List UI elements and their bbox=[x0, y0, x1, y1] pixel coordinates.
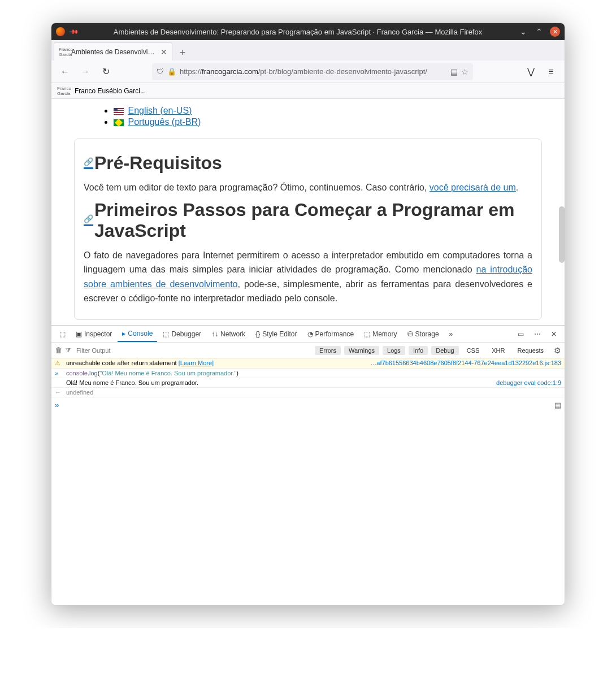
split-console-button[interactable]: ▤ bbox=[554, 401, 561, 409]
filter-xhr[interactable]: XHR bbox=[487, 346, 509, 355]
filter-css[interactable]: CSS bbox=[462, 346, 484, 355]
console-output: ⚠ unreachable code after return statemen… bbox=[51, 358, 565, 397]
console-output-row: Olá! Meu nome é Franco. Sou um programad… bbox=[51, 378, 565, 388]
picker-icon: ⬚ bbox=[59, 330, 66, 338]
close-icon: ✕ bbox=[551, 330, 557, 338]
warning-icon: ⚠ bbox=[55, 360, 63, 367]
devtools-panel: ⬚ ▣Inspector ▸Console ⬚Debugger ↑↓Networ… bbox=[51, 325, 565, 605]
tab-title: Ambientes de Desenvolvimen bbox=[71, 48, 155, 56]
menu-button[interactable]: ≡ bbox=[543, 64, 559, 80]
bookmark-item[interactable]: Franco Eusébio Garci... bbox=[75, 87, 146, 95]
article-card: 🔗Pré-Requisitos Você tem um editor de te… bbox=[74, 138, 542, 320]
nav-toolbar: ← → ↻ 🛡 🔒 https://francogarcia.com/pt-br… bbox=[51, 60, 565, 83]
network-icon: ↑↓ bbox=[211, 330, 218, 338]
storage-icon: ⛁ bbox=[407, 330, 413, 338]
console-warning-row: ⚠ unreachable code after return statemen… bbox=[51, 358, 565, 369]
list-item: Português (pt-BR) bbox=[114, 117, 536, 127]
responsive-mode-button[interactable]: ▭ bbox=[513, 326, 528, 342]
tab-storage[interactable]: ⛁Storage bbox=[403, 326, 444, 342]
back-button[interactable]: ← bbox=[57, 64, 73, 80]
style-icon: {} bbox=[255, 330, 260, 338]
tab-style-editor[interactable]: {}Style Editor bbox=[251, 326, 301, 342]
console-filter-bar: 🗑 ⧩ Errors Warnings Logs Info Debug CSS … bbox=[51, 343, 565, 358]
scrollbar-thumb[interactable] bbox=[559, 206, 565, 263]
firefox-icon bbox=[56, 27, 65, 36]
warning-source[interactable]: …af7b61556634b4608e7605f8f2144-767e24eea… bbox=[370, 360, 561, 366]
memory-icon: ⬚ bbox=[364, 330, 370, 338]
editor-link[interactable]: você precisará de um bbox=[430, 183, 516, 192]
prompt-chevron-icon: » bbox=[55, 401, 59, 409]
close-button[interactable]: ✕ bbox=[550, 27, 560, 37]
filter-funnel-icon: ⧩ bbox=[66, 347, 71, 354]
debugger-icon: ⬚ bbox=[163, 330, 169, 338]
performance-icon: ◔ bbox=[307, 330, 313, 338]
paragraph: Você tem um editor de texto para program… bbox=[84, 180, 532, 195]
firefox-window: 📌 Ambientes de Desenvolvimento: Preparan… bbox=[51, 23, 565, 605]
browser-tab[interactable]: FrancoGarcia Ambientes de Desenvolvimen … bbox=[54, 42, 172, 60]
warning-text: unreachable code after return statement … bbox=[66, 360, 367, 366]
anchor-link-icon[interactable]: 🔗 bbox=[84, 214, 93, 226]
filter-debug[interactable]: Debug bbox=[431, 346, 458, 355]
tab-favicon: FrancoGarcia bbox=[59, 47, 68, 57]
page-content: English (en-US) Português (pt-BR) 🔗Pré-R… bbox=[51, 99, 565, 325]
filter-info[interactable]: Info bbox=[409, 346, 428, 355]
responsive-icon: ▭ bbox=[518, 330, 524, 338]
minimize-button[interactable]: ⌄ bbox=[518, 27, 528, 37]
tab-close-button[interactable]: ✕ bbox=[160, 47, 167, 57]
input-chevron-icon: » bbox=[55, 370, 63, 376]
filter-warnings[interactable]: Warnings bbox=[344, 346, 379, 355]
tab-memory[interactable]: ⬚Memory bbox=[359, 326, 401, 342]
clear-console-button[interactable]: 🗑 bbox=[55, 346, 62, 354]
devtools-close-button[interactable]: ✕ bbox=[546, 326, 561, 342]
shield-icon: 🛡 bbox=[157, 67, 164, 76]
pocket-icon[interactable]: ⋁ bbox=[523, 64, 539, 80]
url-text: https://francogarcia.com/pt-br/blog/ambi… bbox=[180, 67, 447, 76]
console-icon: ▸ bbox=[122, 330, 125, 337]
console-settings-button[interactable]: ⚙ bbox=[554, 346, 561, 355]
reload-button[interactable]: ↻ bbox=[98, 64, 114, 80]
anchor-link-icon[interactable]: 🔗 bbox=[84, 157, 93, 169]
console-input[interactable] bbox=[62, 401, 551, 409]
reader-mode-icon[interactable]: ▤ bbox=[450, 67, 458, 76]
console-prompt: » ▤ bbox=[51, 397, 565, 413]
paragraph: O fato de navegadores para Internet perm… bbox=[84, 248, 532, 306]
window-title: Ambientes de Desenvolvimento: Preparando… bbox=[77, 28, 518, 36]
console-empty-area bbox=[51, 413, 565, 605]
bookmarks-toolbar: FrancoGarcia Franco Eusébio Garci... bbox=[51, 83, 565, 99]
tab-network[interactable]: ↑↓Network bbox=[207, 326, 250, 342]
forward-button[interactable]: → bbox=[77, 64, 93, 80]
lock-icon: 🔒 bbox=[167, 67, 176, 76]
tabs-overflow-button[interactable]: » bbox=[445, 326, 458, 342]
filter-input[interactable] bbox=[76, 347, 144, 354]
filter-logs[interactable]: Logs bbox=[383, 346, 405, 355]
filter-errors[interactable]: Errors bbox=[315, 346, 341, 355]
tab-performance[interactable]: ◔Performance bbox=[303, 326, 359, 342]
new-tab-button[interactable]: + bbox=[175, 45, 190, 60]
devtools-menu-button[interactable]: ⋯ bbox=[530, 326, 545, 342]
return-arrow-icon: ← bbox=[55, 389, 63, 396]
console-return-row: ← undefined bbox=[51, 388, 565, 397]
return-value: undefined bbox=[66, 389, 561, 396]
tab-inspector[interactable]: ▣Inspector bbox=[71, 326, 116, 342]
flag-br-icon bbox=[114, 119, 124, 126]
devtools-tabs: ⬚ ▣Inspector ▸Console ⬚Debugger ↑↓Networ… bbox=[51, 326, 565, 343]
url-bar[interactable]: 🛡 🔒 https://francogarcia.com/pt-br/blog/… bbox=[152, 63, 473, 80]
maximize-button[interactable]: ⌃ bbox=[534, 27, 544, 37]
heading-prerequisites: 🔗Pré-Requisitos bbox=[84, 153, 532, 174]
tab-console[interactable]: ▸Console bbox=[118, 326, 157, 342]
language-link-pt[interactable]: Português (pt-BR) bbox=[128, 117, 201, 127]
learn-more-link[interactable]: [Learn More] bbox=[179, 360, 214, 366]
language-list: English (en-US) Português (pt-BR) bbox=[80, 106, 536, 127]
tab-debugger[interactable]: ⬚Debugger bbox=[158, 326, 206, 342]
output-text: Olá! Meu nome é Franco. Sou um programad… bbox=[66, 379, 493, 386]
heading-first-steps: 🔗Primeiros Passos para Começar a Program… bbox=[84, 200, 532, 241]
language-link-en[interactable]: English (en-US) bbox=[128, 106, 192, 115]
inspector-icon: ▣ bbox=[76, 330, 82, 338]
element-picker-button[interactable]: ⬚ bbox=[55, 326, 70, 342]
titlebar: 📌 Ambientes de Desenvolvimento: Preparan… bbox=[51, 23, 565, 40]
bookmark-star-icon[interactable]: ☆ bbox=[461, 67, 468, 76]
filter-requests[interactable]: Requests bbox=[513, 346, 548, 355]
console-input-row: » console.log("Olá! Meu nome é Franco. S… bbox=[51, 369, 565, 378]
bookmark-favicon: FrancoGarcia bbox=[57, 86, 71, 96]
output-source[interactable]: debugger eval code:1:9 bbox=[496, 379, 561, 386]
